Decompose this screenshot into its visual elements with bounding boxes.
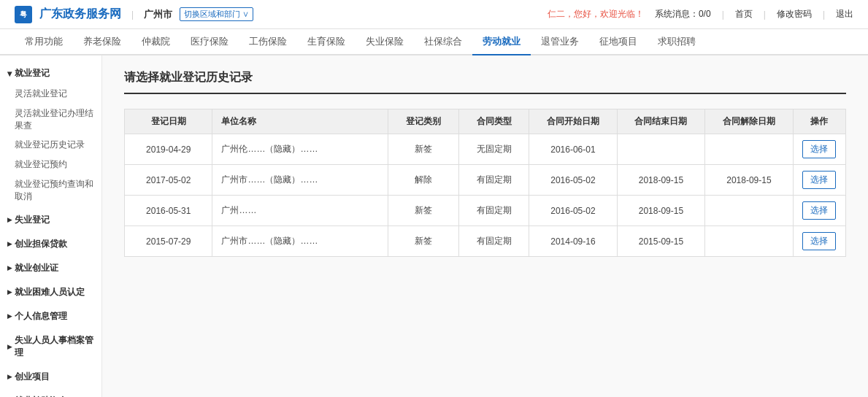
table-row: 2015-07-29广州市……（隐藏）……新签有固定期2014-09-16201… xyxy=(125,226,846,257)
cell-end-date: 2018-09-15 xyxy=(617,196,704,226)
nav-item-common[interactable]: 常用功能 xyxy=(15,29,73,55)
sidebar-group-cert[interactable]: ▸ 就业创业证 xyxy=(0,258,101,279)
sidebar-group-difficult-label: 就业困难人员认定 xyxy=(15,286,85,298)
logo-icon: 粤 xyxy=(15,6,32,23)
th-terminate-date: 合同解除日期 xyxy=(705,109,793,134)
cell-end-date: 2015-09-15 xyxy=(617,226,704,257)
th-action: 操作 xyxy=(793,109,845,134)
nav-item-social[interactable]: 社保综合 xyxy=(414,29,472,55)
table-header-row: 登记日期 单位名称 登记类别 合同类型 合同开始日期 合同结束日期 合同解除日期… xyxy=(125,109,846,134)
sidebar-group-subsidy[interactable]: ▾ 就业补助资金 xyxy=(0,390,101,397)
th-reg-type: 登记类别 xyxy=(388,109,458,134)
select-button[interactable]: 选择 xyxy=(802,171,836,189)
sidebar-item-flexible-result[interactable]: 灵活就业登记办理结果查 xyxy=(0,104,101,136)
sidebar-group-employment[interactable]: ▾ 就业登记 xyxy=(0,63,101,84)
cell-terminate-date xyxy=(705,226,793,257)
nav-item-arbitration[interactable]: 仲裁院 xyxy=(131,29,180,55)
page-title: 请选择就业登记历史记录 xyxy=(124,70,846,94)
layout: ▾ 就业登记 灵活就业登记 灵活就业登记办理结果查 就业登记历史记录 就业登记预… xyxy=(0,55,868,397)
sidebar-group-cert-label: 就业创业证 xyxy=(15,262,58,274)
nav-item-medical[interactable]: 医疗保险 xyxy=(180,29,239,55)
cell-end-date: 2018-09-15 xyxy=(617,165,704,196)
divider-3: | xyxy=(823,9,825,20)
sidebar-group-unemployment[interactable]: ▸ 失业登记 xyxy=(0,209,101,231)
city-switch-button[interactable]: 切换区域和部门 ∨ xyxy=(180,7,253,21)
sidebar-group-startup-label: 创业项目 xyxy=(15,371,50,383)
nav-item-work-injury[interactable]: 工伤保险 xyxy=(239,29,297,55)
sidebar-group-employment-label: 就业登记 xyxy=(15,67,50,80)
sidebar-item-appointment[interactable]: 就业登记预约 xyxy=(0,155,101,174)
sidebar-group-profile[interactable]: ▸ 个人信息管理 xyxy=(0,306,101,327)
th-contract-type: 合同类型 xyxy=(458,109,529,134)
sidebar-group-unemployment-label: 失业登记 xyxy=(15,214,50,226)
arrow-icon-4: ▸ xyxy=(7,263,12,273)
header-right: 仁二，您好，欢迎光临！ 系统消息：0/0 | 首页 | 修改密码 | 退出 xyxy=(548,8,853,20)
cell-company: 广州伦……（隐藏）…… xyxy=(212,134,388,165)
sidebar-item-history[interactable]: 就业登记历史记录 xyxy=(0,135,101,155)
arrow-icon-3: ▸ xyxy=(7,239,12,249)
table-row: 2019-04-29广州伦……（隐藏）……新签无固定期2016-06-01选择 xyxy=(125,134,846,165)
sidebar-group-loan[interactable]: ▸ 创业担保贷款 xyxy=(0,234,101,255)
sidebar-section-loan: ▸ 创业担保贷款 xyxy=(0,234,101,255)
logo-text: 广东政务服务网 xyxy=(39,7,121,22)
divider: | xyxy=(131,9,134,20)
nav-item-land[interactable]: 征地项目 xyxy=(589,29,648,55)
sidebar-section-subsidy: ▾ 就业补助资金 就业补助资金申请 就业补助资金提交 就业补助资金查询 xyxy=(0,390,101,397)
select-button[interactable]: 选择 xyxy=(802,201,836,220)
nav-item-unemployment[interactable]: 失业保险 xyxy=(356,29,414,55)
th-date: 登记日期 xyxy=(125,109,212,134)
cell-contract-type: 有固定期 xyxy=(458,165,529,196)
nav-item-pension[interactable]: 养老保险 xyxy=(73,29,131,55)
cell-company: 广州…… xyxy=(212,196,388,226)
sidebar-item-appointment-query[interactable]: 就业登记预约查询和取消 xyxy=(0,174,101,207)
cell-reg-type: 新签 xyxy=(388,226,458,257)
nav-item-birth[interactable]: 生育保险 xyxy=(297,29,356,55)
cell-action: 选择 xyxy=(793,165,845,196)
home-link[interactable]: 首页 xyxy=(735,8,753,20)
sidebar-section-employment: ▾ 就业登记 灵活就业登记 灵活就业登记办理结果查 就业登记历史记录 就业登记预… xyxy=(0,63,101,207)
divider-2: | xyxy=(764,9,766,20)
city-label: 广州市 xyxy=(144,8,172,21)
change-password-link[interactable]: 修改密码 xyxy=(777,8,812,20)
sidebar-section-unemployment: ▸ 失业登记 xyxy=(0,209,101,231)
cell-action: 选择 xyxy=(793,134,845,165)
cell-company: 广州市……（隐藏）…… xyxy=(212,165,388,196)
nav-bar: 常用功能 养老保险 仲裁院 医疗保险 工伤保险 生育保险 失业保险 社保综合 劳… xyxy=(0,29,868,55)
arrow-icon-7: ▸ xyxy=(7,342,12,352)
cell-reg-type: 新签 xyxy=(388,196,458,226)
arrow-icon-6: ▸ xyxy=(7,311,12,321)
sidebar-group-loan-label: 创业担保贷款 xyxy=(15,238,67,250)
divider-1: | xyxy=(722,9,724,20)
sidebar-section-startup: ▸ 创业项目 xyxy=(0,366,101,388)
header-left: 粤 广东政务服务网 | 广州市 切换区域和部门 ∨ xyxy=(15,6,253,23)
sidebar-section-cert: ▸ 就业创业证 xyxy=(0,258,101,279)
th-start-date: 合同开始日期 xyxy=(529,109,617,134)
cell-terminate-date: 2018-09-15 xyxy=(705,165,793,196)
greeting-text: 仁二，您好，欢迎光临！ xyxy=(548,8,644,20)
nav-item-labor[interactable]: 劳动就业 xyxy=(472,29,531,55)
cell-reg-type: 解除 xyxy=(388,165,458,196)
select-button[interactable]: 选择 xyxy=(802,232,836,250)
table-row: 2016-05-31广州……新签有固定期2016-05-022018-09-15… xyxy=(125,196,846,226)
cell-start-date: 2014-09-16 xyxy=(529,226,617,257)
sidebar-item-flexible-reg[interactable]: 灵活就业登记 xyxy=(0,84,101,104)
cell-reg-type: 新签 xyxy=(388,134,458,165)
select-button[interactable]: 选择 xyxy=(802,140,836,158)
cell-end-date xyxy=(617,134,704,165)
table-row: 2017-05-02广州市……（隐藏）……解除有固定期2016-05-02201… xyxy=(125,165,846,196)
nav-item-retire[interactable]: 退管业务 xyxy=(531,29,589,55)
sidebar-group-archive[interactable]: ▸ 失业人员人事档案管理 xyxy=(0,330,101,363)
header: 粤 广东政务服务网 | 广州市 切换区域和部门 ∨ 仁二，您好，欢迎光临！ 系统… xyxy=(0,0,868,29)
cell-start-date: 2016-05-02 xyxy=(529,196,617,226)
sidebar: ▾ 就业登记 灵活就业登记 灵活就业登记办理结果查 就业登记历史记录 就业登记预… xyxy=(0,55,102,397)
cell-start-date: 2016-05-02 xyxy=(529,165,617,196)
sidebar-group-startup[interactable]: ▸ 创业项目 xyxy=(0,366,101,388)
arrow-icon: ▾ xyxy=(7,69,12,79)
sidebar-group-profile-label: 个人信息管理 xyxy=(15,310,67,323)
nav-item-recruit[interactable]: 求职招聘 xyxy=(648,29,706,55)
logout-link[interactable]: 退出 xyxy=(836,8,853,20)
th-company: 单位名称 xyxy=(212,109,388,134)
employment-history-table: 登记日期 单位名称 登记类别 合同类型 合同开始日期 合同结束日期 合同解除日期… xyxy=(124,109,846,257)
sidebar-group-difficult[interactable]: ▸ 就业困难人员认定 xyxy=(0,282,101,303)
cell-terminate-date xyxy=(705,196,793,226)
